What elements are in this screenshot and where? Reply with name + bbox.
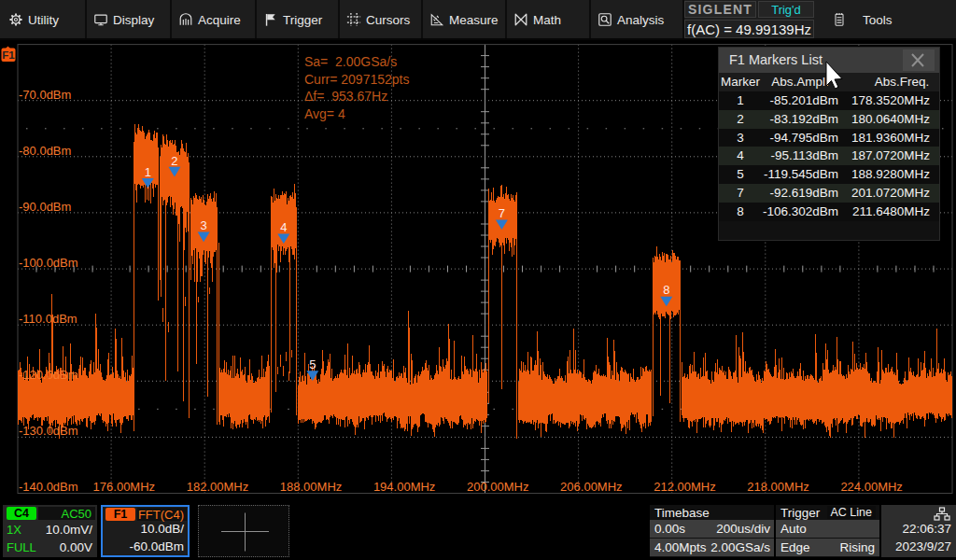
svg-text:Curr= 2097152pts: Curr= 2097152pts xyxy=(304,72,409,87)
svg-text:-80.0dBm: -80.0dBm xyxy=(19,144,71,158)
svg-text:Avg= 4: Avg= 4 xyxy=(304,106,345,121)
svg-text:188.00MHz: 188.00MHz xyxy=(280,480,342,494)
svg-text:218.00MHz: 218.00MHz xyxy=(747,480,808,494)
svg-text:7: 7 xyxy=(499,206,505,220)
svg-text:224.00MHz: 224.00MHz xyxy=(840,480,902,494)
svg-text:-130.0dBm: -130.0dBm xyxy=(19,424,78,438)
svg-text:-90.0dBm: -90.0dBm xyxy=(19,200,71,214)
svg-text:Δf= 953.67Hz: Δf= 953.67Hz xyxy=(304,89,387,104)
svg-text:176.00MHz: 176.00MHz xyxy=(93,480,155,494)
svg-text:194.00MHz: 194.00MHz xyxy=(373,480,435,494)
svg-text:5: 5 xyxy=(309,357,316,371)
svg-text:-100.0dBm: -100.0dBm xyxy=(19,256,78,270)
svg-text:3: 3 xyxy=(200,218,206,232)
svg-text:4: 4 xyxy=(280,220,287,234)
svg-text:2: 2 xyxy=(171,154,177,168)
svg-text:Sa= 2.00GSa/s: Sa= 2.00GSa/s xyxy=(304,54,397,69)
svg-text:-110.0dBm: -110.0dBm xyxy=(19,312,77,326)
svg-text:F1: F1 xyxy=(2,49,15,61)
svg-text:-70.0dBm: -70.0dBm xyxy=(19,88,71,102)
svg-text:212.00MHz: 212.00MHz xyxy=(654,480,715,494)
svg-text:182.00MHz: 182.00MHz xyxy=(187,480,248,494)
svg-text:-140.0dBm: -140.0dBm xyxy=(19,480,78,494)
svg-text:206.00MHz: 206.00MHz xyxy=(560,480,622,494)
svg-text:8: 8 xyxy=(663,283,669,297)
svg-text:200.00MHz: 200.00MHz xyxy=(467,480,528,494)
svg-text:-120.0dBm: -120.0dBm xyxy=(19,368,78,382)
svg-text:1: 1 xyxy=(145,165,151,179)
